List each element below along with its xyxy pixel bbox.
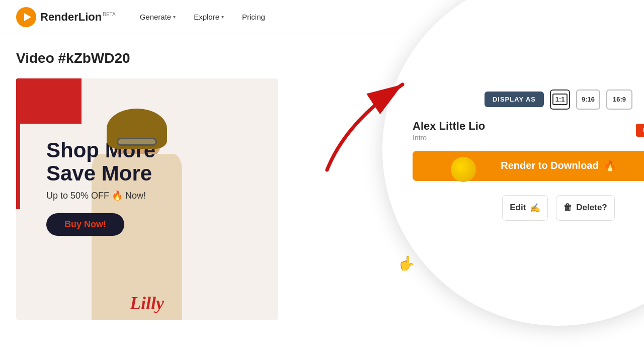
not-rendered-badge: NOT-RENDERED [636, 124, 644, 137]
render-btn-label: Render to Download [501, 160, 598, 171]
logo[interactable]: RenderLionBETA [16, 7, 116, 27]
circle-panel: DISPLAY AS 1:1 9:16 16:9 Alex Little Lio… [382, 0, 644, 326]
cursor-gold-circle [451, 157, 476, 182]
ratio-9-16-button[interactable]: 9:16 [576, 89, 600, 110]
delete-icon: 🗑 [564, 203, 572, 213]
render-btn-icon: 🔥 [604, 160, 616, 172]
cursor-hand-icon: 👆 [397, 255, 415, 272]
video-info-row: Alex Little Lio Intro NOT-RENDERED [413, 120, 644, 142]
generate-dropdown-icon: ▾ [173, 14, 176, 20]
promo-text: Shop More Save More Up to 50% OFF 🔥 Now!… [46, 139, 268, 236]
ratio-1-1-button[interactable]: 1:1 [550, 89, 570, 110]
delete-button[interactable]: 🗑 Delete? [556, 195, 614, 221]
main-content: Video #kZbWD20 Shop More Save More [0, 34, 644, 362]
video-preview: Shop More Save More Up to 50% OFF 🔥 Now!… [16, 78, 278, 320]
promo-line2: Save More [46, 162, 268, 185]
nav-pricing[interactable]: Pricing [242, 13, 265, 21]
video-card-subtitle: Intro [413, 134, 485, 142]
edit-button[interactable]: Edit ✍️ [502, 195, 548, 221]
page-title: Video #kZbWD20 [16, 50, 321, 66]
nav-links: Generate ▾ Explore ▾ Pricing [140, 13, 265, 21]
action-row: Edit ✍️ 🗑 Delete? [502, 195, 615, 221]
video-card-info: Alex Little Lio Intro [413, 120, 485, 142]
nav-explore[interactable]: Explore ▾ [194, 13, 224, 21]
video-card-title: Alex Little Lio [413, 120, 485, 133]
buy-now-button[interactable]: Buy Now! [46, 213, 124, 236]
display-as-label: DISPLAY AS [485, 92, 544, 107]
renderlion-logo-icon [16, 7, 36, 27]
edit-icon: ✍️ [530, 203, 540, 213]
red-bar-left [16, 78, 20, 209]
brand-name: RenderLionBETA [40, 11, 116, 24]
render-btn-container: Render to Download 🔥 [413, 151, 644, 188]
glasses-shape [117, 138, 157, 146]
display-controls: DISPLAY AS 1:1 9:16 16:9 [485, 89, 632, 110]
ratio-16-9-button[interactable]: 16:9 [606, 89, 632, 110]
promo-subtitle: Up to 50% OFF 🔥 Now! [46, 190, 268, 201]
lilly-brand: Lilly [130, 293, 164, 314]
nav-generate[interactable]: Generate ▾ [140, 13, 176, 21]
edit-btn-label: Edit [510, 203, 526, 213]
explore-dropdown-icon: ▾ [221, 14, 224, 20]
delete-btn-label: Delete? [576, 203, 607, 213]
left-panel: Video #kZbWD20 Shop More Save More [0, 34, 337, 362]
right-panel: DISPLAY AS 1:1 9:16 16:9 Alex Little Lio… [337, 34, 644, 362]
render-to-download-button[interactable]: Render to Download 🔥 [413, 151, 644, 181]
